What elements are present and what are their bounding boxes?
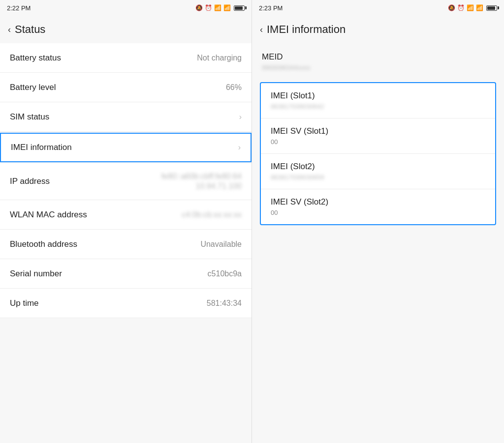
wlan-mac-value: c4:0b:cb:xx:xx:xx — [182, 210, 242, 219]
imei-sv-slot2-value: 00 — [271, 209, 485, 216]
right-alarm-icon: 🔕 — [448, 4, 455, 11]
battery-level-value: 66% — [226, 83, 242, 92]
left-nav-bar: ‹ Status — [0, 16, 252, 43]
serial-number-item: Serial number c510bc9a — [0, 259, 252, 289]
ip-address-v6: fe80::a60b:cbff:fe80:64 — [161, 172, 242, 181]
right-clock-icon: ⏰ — [457, 4, 465, 11]
wifi-icon: 📶 — [214, 4, 221, 11]
ip-address-values: fe80::a60b:cbff:fe80:64 10.94.71.100 — [161, 172, 242, 191]
battery-level-label: Battery level — [10, 83, 56, 92]
bluetooth-value: Unavailable — [200, 240, 242, 249]
sim-chevron-icon: › — [239, 113, 242, 121]
imei-info-item[interactable]: IMEI information › — [0, 133, 252, 162]
left-status-bar: 2:22 PM 🔕 ⏰ 📶 📶 — [0, 0, 252, 16]
serial-number-label: Serial number — [10, 269, 62, 279]
imei-slot1-value: 863817039030642 — [271, 103, 485, 110]
uptime-item: Up time 581:43:34 — [0, 289, 252, 318]
right-status-bar: 2:23 PM 🔕 ⏰ 📶 📶 — [252, 0, 504, 16]
right-back-button[interactable]: ‹ — [260, 25, 263, 35]
meid-label: MEID — [262, 52, 494, 62]
imei-sv-slot2-label: IMEI SV (Slot2) — [271, 197, 485, 207]
wlan-mac-label: WLAN MAC address — [10, 210, 87, 220]
left-panel: 2:22 PM 🔕 ⏰ 📶 📶 ‹ Status Battery status … — [0, 0, 252, 443]
right-time: 2:23 PM — [259, 4, 283, 12]
left-status-icons: 🔕 ⏰ 📶 📶 — [195, 4, 245, 11]
imei-chevron-icon: › — [238, 143, 241, 152]
uptime-label: Up time — [10, 298, 39, 308]
left-settings-list: Battery status Not charging Battery leve… — [0, 43, 252, 443]
imei-slot2-item: IMEI (Slot2) 863817039030659 — [261, 154, 495, 189]
right-back-arrow: ‹ — [260, 25, 263, 35]
left-back-arrow: ‹ — [8, 25, 11, 35]
imei-sv-slot1-value: 00 — [271, 138, 485, 146]
imei-sv-slot2-item: IMEI SV (Slot2) 00 — [261, 189, 495, 224]
battery-status-label: Battery status — [10, 53, 61, 63]
meid-value: 9900096344xxxx — [262, 64, 494, 71]
imei-sv-slot1-label: IMEI SV (Slot1) — [271, 126, 485, 136]
imei-slot2-label: IMEI (Slot2) — [271, 162, 485, 172]
battery-icon — [234, 5, 245, 11]
right-battery-icon — [486, 5, 497, 11]
ip-address-v4: 10.94.71.100 — [196, 182, 242, 191]
left-back-button[interactable]: ‹ — [8, 25, 11, 35]
sim-status-label: SIM status — [10, 112, 49, 122]
imei-info-label: IMEI information — [11, 143, 72, 152]
wlan-mac-item: WLAN MAC address c4:0b:cb:xx:xx:xx — [0, 200, 252, 230]
battery-status-item: Battery status Not charging — [0, 43, 252, 73]
ip-address-label: IP address — [10, 177, 50, 186]
right-wifi-icon: 📶 — [467, 4, 474, 11]
left-nav-title: Status — [15, 23, 45, 36]
sim-status-item[interactable]: SIM status › — [0, 102, 252, 132]
imei-sv-slot1-item: IMEI SV (Slot1) 00 — [261, 118, 495, 154]
left-time: 2:22 PM — [7, 4, 31, 12]
ip-address-item: IP address fe80::a60b:cbff:fe80:64 10.94… — [0, 163, 252, 200]
imei-slot1-item: IMEI (Slot1) 863817039030642 — [261, 83, 495, 118]
serial-number-value: c510bc9a — [208, 269, 242, 278]
battery-status-value: Not charging — [197, 54, 242, 62]
meid-section: MEID 9900096344xxxx — [252, 43, 504, 76]
right-panel: 2:23 PM 🔕 ⏰ 📶 📶 ‹ IMEI information MEID … — [252, 0, 504, 443]
right-signal-icon: 📶 — [476, 4, 483, 11]
clock-icon: ⏰ — [205, 4, 212, 11]
imei-slot1-label: IMEI (Slot1) — [271, 91, 485, 101]
signal-icon: 📶 — [223, 4, 231, 11]
imei-slot2-value: 863817039030659 — [271, 174, 485, 181]
bluetooth-item: Bluetooth address Unavailable — [0, 230, 252, 259]
imei-card: IMEI (Slot1) 863817039030642 IMEI SV (Sl… — [260, 82, 496, 225]
battery-level-item: Battery level 66% — [0, 73, 252, 102]
uptime-value: 581:43:34 — [207, 299, 242, 308]
right-status-icons: 🔕 ⏰ 📶 📶 — [448, 4, 497, 11]
right-nav-bar: ‹ IMEI information — [252, 16, 504, 43]
alarm-icon: 🔕 — [195, 4, 203, 11]
bluetooth-label: Bluetooth address — [10, 239, 77, 249]
right-nav-title: IMEI information — [267, 23, 346, 36]
